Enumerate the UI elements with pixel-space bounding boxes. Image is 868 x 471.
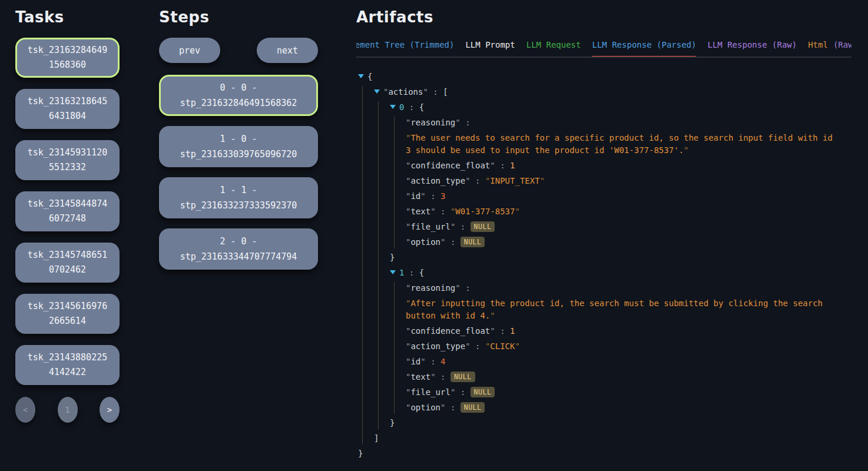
task-item[interactable]: tsk_231438802254142422 — [15, 345, 120, 385]
json-row-index-1: 1 — [390, 267, 836, 279]
json-key: action_type — [406, 341, 471, 351]
json-row-file-url: file_urlNULL — [406, 221, 836, 233]
json-key: confidence_float — [406, 161, 495, 170]
tasks-pagination: < 1 > — [15, 397, 120, 423]
step-item[interactable]: 1 - 0 - stp_231633039765096720 — [159, 126, 318, 167]
next-step-button[interactable]: next — [257, 38, 318, 63]
artifacts-title: Artifacts — [356, 8, 852, 26]
json-null-badge: NULL — [471, 221, 495, 232]
tab-html-raw-part2: (Raw) — [833, 40, 852, 49]
artifact-tabbar: Element Tree (Trimmed) LLM Prompt LLM Re… — [356, 40, 852, 58]
json-key: text — [406, 207, 436, 216]
json-number-value: 4 — [440, 357, 445, 366]
json-key: action_type — [406, 176, 471, 185]
json-number-value: 3 — [440, 191, 445, 201]
json-null-badge: NULL — [471, 387, 495, 397]
json-row-reasoning-key: reasoning — [406, 282, 836, 294]
collapse-icon[interactable] — [390, 105, 396, 109]
json-row-id: id4 — [406, 356, 836, 368]
pagination-prev-button[interactable]: < — [15, 397, 35, 423]
task-item[interactable]: tsk_231632846491568360 — [15, 38, 120, 78]
task-item[interactable]: tsk_231459311205512332 — [15, 140, 120, 180]
json-object-close — [390, 251, 836, 264]
step-item[interactable]: 1 - 1 - stp_231633237333592370 — [159, 177, 318, 218]
json-key: option — [406, 237, 445, 247]
json-string-value: The user needs to search for a specific … — [406, 133, 833, 155]
json-level-2: 0 reasoning The user needs to search for… — [378, 101, 836, 429]
json-key: confidence_float — [406, 326, 495, 336]
step-nav: prev next — [159, 38, 318, 63]
step-item[interactable]: 0 - 0 - stp_231632846491568362 — [159, 75, 318, 116]
tab-html-raw-part1: Html — [808, 40, 828, 49]
json-row-confidence: confidence_float1 — [406, 160, 836, 172]
tasks-title: Tasks — [15, 8, 120, 26]
tab-llm-prompt[interactable]: LLM Prompt — [465, 40, 515, 49]
app-root: Tasks tsk_231632846491568360 tsk_2316321… — [0, 0, 868, 463]
json-number-value: 1 — [510, 326, 515, 336]
tasks-panel: Tasks tsk_231632846491568360 tsk_2316321… — [15, 8, 120, 423]
tab-element-tree-trimmed[interactable]: Element Tree (Trimmed) — [356, 40, 454, 49]
json-row-action-type: action_typeINPUT_TEXT — [406, 175, 836, 187]
steps-panel: Steps prev next 0 - 0 - stp_231632846491… — [159, 8, 318, 280]
pagination-page-button[interactable]: 1 — [58, 397, 78, 423]
tab-html-raw[interactable]: Html(Raw) — [808, 40, 852, 49]
json-string-value: CLICK — [485, 341, 520, 351]
json-row-option: optionNULL — [406, 402, 836, 414]
json-row-text: textW01-377-8537 — [406, 205, 836, 218]
json-row-actions: actions — [374, 86, 836, 98]
collapse-icon[interactable] — [374, 89, 380, 94]
json-root-open — [358, 71, 836, 83]
tab-llm-response-raw[interactable]: LLM Response (Raw) — [707, 40, 797, 49]
json-row-confidence: confidence_float1 — [406, 325, 836, 337]
artifacts-panel: Artifacts Element Tree (Trimmed) LLM Pro… — [356, 8, 852, 463]
prev-step-button[interactable]: prev — [159, 38, 220, 63]
json-key: reasoning — [406, 283, 460, 293]
json-key: id — [406, 191, 426, 201]
json-key: file_url — [406, 387, 455, 397]
json-null-badge: NULL — [450, 372, 475, 382]
json-row-id: id3 — [406, 190, 836, 203]
json-key: id — [406, 357, 426, 366]
pagination-next-button[interactable]: > — [100, 397, 120, 423]
json-null-badge: NULL — [460, 402, 485, 413]
json-tree-viewer: actions 0 reasoning The user needs to se… — [356, 71, 836, 460]
json-object-close — [390, 417, 836, 429]
json-row-action-type: action_typeCLICK — [406, 340, 836, 353]
json-null-badge: NULL — [460, 237, 485, 247]
json-number-value: 1 — [510, 161, 515, 170]
tab-llm-response-parsed[interactable]: LLM Response (Parsed) — [592, 40, 696, 49]
json-string-value: W01-377-8537 — [450, 207, 520, 216]
json-root-close — [358, 447, 836, 460]
json-key: file_url — [406, 222, 455, 231]
collapse-icon[interactable] — [358, 74, 364, 78]
json-row-index-0: 0 — [390, 101, 836, 114]
json-row-reasoning-value: After inputting the product id, the sear… — [406, 297, 836, 322]
json-row-text: textNULL — [406, 371, 836, 383]
task-item[interactable]: tsk_231632186456431804 — [15, 89, 120, 129]
task-item[interactable]: tsk_231456169762665614 — [15, 294, 120, 334]
task-item[interactable]: tsk_231458448746072748 — [15, 191, 120, 231]
json-level-3: reasoning After inputting the product id… — [394, 282, 836, 414]
step-item[interactable]: 2 - 0 - stp_231633344707774794 — [159, 228, 318, 270]
json-row-reasoning-value: The user needs to search for a specific … — [406, 132, 836, 157]
json-array-close — [374, 432, 836, 445]
json-level-1: actions 0 reasoning The user needs to se… — [362, 86, 836, 445]
json-key: actions — [383, 87, 428, 97]
json-row-reasoning-key: reasoning — [406, 117, 836, 129]
steps-title: Steps — [159, 8, 318, 26]
json-key: option — [406, 403, 445, 412]
json-string-value: INPUT_TEXT — [485, 176, 545, 185]
json-level-3: reasoning The user needs to search for a… — [394, 117, 836, 248]
json-row-file-url: file_urlNULL — [406, 386, 836, 399]
collapse-icon[interactable] — [390, 270, 396, 274]
json-row-option: optionNULL — [406, 236, 836, 248]
task-item[interactable]: tsk_231457486510702462 — [15, 243, 120, 283]
json-string-value: After inputting the product id, the sear… — [406, 298, 823, 320]
json-key: reasoning — [406, 118, 460, 127]
tab-llm-request[interactable]: LLM Request — [526, 40, 581, 49]
json-key: text — [406, 372, 436, 382]
